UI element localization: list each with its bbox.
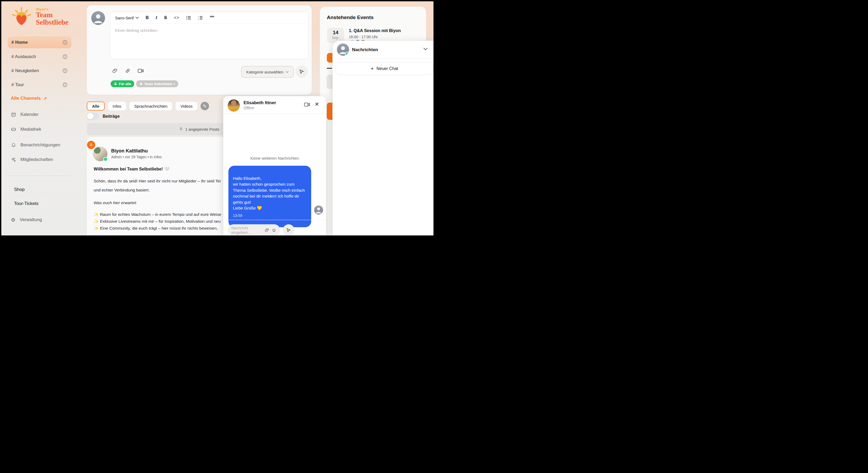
sparkles-icon xyxy=(11,157,16,162)
hidden-event-button-fragment xyxy=(327,103,332,120)
submit-post-button[interactable] xyxy=(296,66,308,78)
sun-heart-logo-icon xyxy=(9,6,34,26)
sidebar-item-alle-channels[interactable]: Alle Channels ↗ xyxy=(11,96,47,101)
composer-attachments xyxy=(112,68,144,74)
sidebar-item-tour[interactable]: # Tour xyxy=(8,79,71,91)
message-sender-avatar xyxy=(314,205,323,214)
sidebar-item-home[interactable]: # Home xyxy=(8,36,71,48)
gear-icon: ⚙ xyxy=(11,217,16,223)
events-heading: Anstehende Events xyxy=(327,14,373,21)
hidden-text-fragment xyxy=(327,68,332,69)
post-author-avatar[interactable] xyxy=(93,147,107,161)
app-screen: Biyon's Team Selbstliebe # Home # Austau… xyxy=(1,1,433,235)
calendar-icon xyxy=(11,112,16,117)
event-day: 14 xyxy=(327,30,344,36)
info-icon[interactable] xyxy=(62,54,68,59)
svg-text:2: 2 xyxy=(198,19,199,20)
chat-partner-avatar[interactable] xyxy=(227,99,240,112)
category-select[interactable]: Kategorie auswählen xyxy=(241,66,294,78)
brand-logo[interactable]: Biyon's Team Selbstliebe xyxy=(9,6,78,27)
brand-word-2: Selbstliebe xyxy=(36,19,68,26)
sidebar-item-mitgliedschaften[interactable]: Mitgliedschaften xyxy=(11,155,74,164)
editor-toolbar: Sans-Serif B I S <> 12 ”” xyxy=(111,12,308,24)
sidebar-item-label: # Home xyxy=(11,40,28,45)
sidebar-item-tour-tickets[interactable]: Tour-Tickets xyxy=(14,201,38,206)
bold-button[interactable]: B xyxy=(146,15,149,20)
toggle-label: Beiträge xyxy=(103,114,120,119)
beitraege-toggle[interactable] xyxy=(87,113,99,120)
bell-icon xyxy=(11,142,16,148)
hidden-card-fragment xyxy=(327,75,332,89)
sidebar-item-kalender[interactable]: Kalender xyxy=(11,110,74,119)
new-chat-button[interactable]: + Neuer Chat xyxy=(336,62,433,75)
code-button[interactable]: <> xyxy=(174,15,180,20)
post-meta: Admin • vor 29 Tagen • in Infos xyxy=(111,155,162,159)
attach-file-icon[interactable] xyxy=(112,68,118,74)
composer-card: Sans-Serif B I S <> 12 ”” Einen Beitrag … xyxy=(87,5,312,95)
chat-partner-status: Offline xyxy=(244,106,254,110)
pencil-icon: ✎ xyxy=(203,103,207,109)
chat-partner-name[interactable]: Elisabeth Ittner xyxy=(244,100,276,105)
online-dot xyxy=(103,157,108,162)
tab-sprachnachrichten[interactable]: Sprachnachrichten xyxy=(129,102,173,110)
attach-file-icon[interactable] xyxy=(265,228,269,233)
sidebar-item-neuigkeiten[interactable]: # Neuigkeiten xyxy=(8,65,71,77)
tab-alle[interactable]: Alle xyxy=(87,102,105,110)
font-select[interactable]: Sans-Serif xyxy=(115,15,139,20)
no-more-messages-note: Keine weiteren Nachrichten xyxy=(223,156,326,160)
emoji-icon[interactable]: ☺ xyxy=(272,228,276,233)
messages-user-avatar xyxy=(337,43,349,56)
visibility-group-badge[interactable]: Team Selbstliebe + xyxy=(136,80,178,87)
sidebar-item-label: Mitgliedschaften xyxy=(21,157,53,162)
strikethrough-button[interactable]: S xyxy=(164,15,167,20)
sidebar-item-austausch[interactable]: # Austausch xyxy=(8,50,71,63)
sidebar-item-label: # Neuigkeiten xyxy=(11,68,39,73)
video-record-icon[interactable] xyxy=(138,68,144,73)
edit-filters-button[interactable]: ✎ xyxy=(200,102,209,110)
sidebar-item-label: Mediathek xyxy=(21,127,41,132)
post-editor[interactable]: Sans-Serif B I S <> 12 ”” Einen Beitrag … xyxy=(110,12,308,59)
tab-infos[interactable]: Infos xyxy=(108,102,127,110)
send-message-button[interactable] xyxy=(283,224,294,235)
feed-filters: Alle Infos Sprachnachrichten Videos ✎ xyxy=(87,102,209,110)
messages-header-divider xyxy=(333,58,433,59)
arrow-up-right-icon: ↗ xyxy=(43,96,47,101)
event-time: 16:00 - 17:00 Uhr xyxy=(349,35,378,39)
visibility-public-badge[interactable]: Für alle xyxy=(111,80,134,87)
beitraege-toggle-row: Beiträge xyxy=(87,113,120,120)
post-input[interactable]: Einen Beitrag schreiben xyxy=(111,24,308,37)
sidebar-item-mediathek[interactable]: Mediathek xyxy=(11,125,74,134)
chat-input-placeholder: Nachricht eingeben... xyxy=(231,226,265,235)
svg-text:1: 1 xyxy=(198,16,199,18)
chat-window: Elisabeth Ittner Offline ✕ Keine weitere… xyxy=(223,96,326,235)
info-icon[interactable] xyxy=(62,40,68,45)
hidden-event-button-fragment xyxy=(327,53,332,63)
tab-videos[interactable]: Videos xyxy=(175,102,198,110)
chat-input[interactable]: Nachricht eingeben... ☺ xyxy=(227,224,280,235)
brand-pretitle: Biyon's xyxy=(36,7,48,11)
event-title: 1. Q&A Session mit Biyon xyxy=(349,28,420,33)
post-author-name[interactable]: Biyon Kattilathu xyxy=(111,148,148,154)
sidebar-item-verwaltung[interactable]: ⚙ Verwaltung xyxy=(11,215,74,224)
sidebar-item-label: # Austausch xyxy=(11,54,36,59)
info-icon[interactable] xyxy=(62,82,68,88)
link-icon[interactable] xyxy=(125,68,130,74)
video-call-icon[interactable] xyxy=(304,102,310,107)
italic-button[interactable]: I xyxy=(156,15,157,20)
chat-message-timestamp: 13:59 xyxy=(233,213,307,219)
sidebar-item-label: Kalender xyxy=(21,112,38,117)
close-icon[interactable]: ✕ xyxy=(315,101,319,107)
numbered-list-button[interactable]: 12 xyxy=(198,15,203,20)
sidebar: Biyon's Team Selbstliebe # Home # Austau… xyxy=(1,1,84,235)
chevron-down-icon[interactable] xyxy=(424,48,428,50)
chat-input-divider xyxy=(223,220,326,220)
sidebar-item-benachrichtigungen[interactable]: Benachrichtigungen xyxy=(11,140,74,149)
bullet-list-button[interactable] xyxy=(186,15,191,20)
event-month: Sep. xyxy=(327,36,344,40)
media-icon xyxy=(11,127,16,132)
sidebar-item-shop[interactable]: Shop xyxy=(14,187,25,192)
info-icon[interactable] xyxy=(62,68,68,73)
messages-panel-title: Nachrichten xyxy=(352,47,378,53)
blockquote-button[interactable]: ”” xyxy=(210,15,214,21)
pin-icon xyxy=(179,127,183,131)
